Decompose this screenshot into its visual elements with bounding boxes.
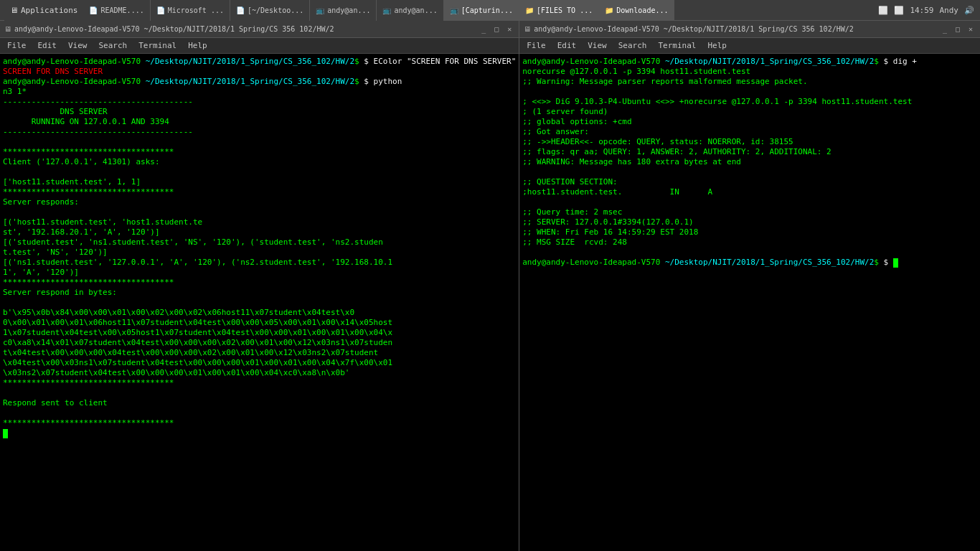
taskbar-tab-andy2[interactable]: 📺andy@an... <box>377 0 443 21</box>
system-bar: 🖥 Applications 📄README....📄Microsoft ...… <box>0 0 980 21</box>
right-terminal-pane: 🖥 andy@andy-Lenovo-Ideapad-V570 ~/Deskto… <box>519 21 980 551</box>
right-terminal-content[interactable]: andy@andy-Lenovo-Ideapad-V570 ~/Desktop/… <box>519 54 980 551</box>
terminal-icon-right: 🖥 <box>524 25 531 33</box>
tab-label-andy2: andy@an... <box>394 6 437 14</box>
volume-icon[interactable]: 🔊 <box>964 6 974 15</box>
right-menu-edit[interactable]: Edit <box>553 39 581 52</box>
tab-label-readme: README.... <box>100 6 143 14</box>
tab-label-microsoft: Microsoft ... <box>168 6 224 14</box>
tab-icon-andy1: 📺 <box>316 6 324 14</box>
right-terminal-title: andy@andy-Lenovo-Ideapad-V570 ~/Desktop/… <box>534 25 937 33</box>
right-menu-help[interactable]: Help <box>703 39 731 52</box>
taskbar-tab-andy1[interactable]: 📺andy@an... <box>310 0 377 21</box>
left-terminal-menubar: File Edit View Search Terminal Help <box>0 38 519 54</box>
taskbar-tab-desktop1[interactable]: 📄[~/Desktoo... <box>230 0 310 21</box>
right-close-button[interactable]: ✕ <box>966 24 976 34</box>
tab-label-capturing: [Capturin... <box>461 6 513 14</box>
right-menu-view[interactable]: View <box>583 39 611 52</box>
taskbar-left: 🖥 Applications <box>0 0 83 21</box>
tab-icon-desktop1: 📄 <box>236 6 245 14</box>
main-area: 🖥 andy@andy-Lenovo-Ideapad-V570 ~/Deskto… <box>0 21 980 551</box>
left-terminal-title: andy@andy-Lenovo-Ideapad-V570 ~/Desktop/… <box>14 25 476 33</box>
right-terminal-menubar: File Edit View Search Terminal Help <box>519 38 980 54</box>
applications-icon: 🖥 <box>10 6 18 15</box>
tray-icon-2[interactable]: ⬜ <box>894 6 904 15</box>
tab-icon-files: 📁 <box>525 6 534 14</box>
left-menu-terminal[interactable]: Terminal <box>134 39 181 52</box>
tray-icon-1[interactable]: ⬜ <box>878 6 888 15</box>
left-terminal-titlebar: 🖥 andy@andy-Lenovo-Ideapad-V570 ~/Deskto… <box>0 21 519 38</box>
tab-label-andy1: andy@an... <box>327 6 370 14</box>
right-maximize-button[interactable]: □ <box>953 24 963 34</box>
left-terminal-content[interactable]: andy@andy-Lenovo-Ideapad-V570 ~/Desktop/… <box>0 54 519 551</box>
taskbar-tab-readme[interactable]: 📄README.... <box>83 0 150 21</box>
clock: 14:59 <box>910 6 933 15</box>
left-menu-search[interactable]: Search <box>95 39 132 52</box>
right-menu-terminal[interactable]: Terminal <box>654 39 701 52</box>
left-menu-view[interactable]: View <box>64 39 92 52</box>
left-terminal-pane: 🖥 andy@andy-Lenovo-Ideapad-V570 ~/Deskto… <box>0 21 519 551</box>
tab-icon-capturing: 📺 <box>450 6 458 14</box>
tab-icon-microsoft: 📄 <box>156 6 165 14</box>
tab-icon-readme: 📄 <box>89 6 98 14</box>
tab-label-desktop1: [~/Desktoo... <box>248 6 303 14</box>
right-terminal-titlebar: 🖥 andy@andy-Lenovo-Ideapad-V570 ~/Deskto… <box>519 21 980 38</box>
system-tray: ⬜ ⬜ 14:59 Andy 🔊 <box>878 6 980 15</box>
applications-label: Applications <box>21 6 77 15</box>
taskbar-tab-microsoft[interactable]: 📄Microsoft ... <box>151 0 230 21</box>
username: Andy <box>940 6 959 15</box>
left-maximize-button[interactable]: □ <box>491 24 501 34</box>
right-menu-file[interactable]: File <box>522 39 550 52</box>
left-menu-file[interactable]: File <box>3 39 31 52</box>
taskbar-tab-capturing[interactable]: 📺[Capturin... <box>444 0 519 21</box>
taskbar-tabs: 📄README....📄Microsoft ...📄[~/Desktoo...📺… <box>83 0 878 21</box>
left-close-button[interactable]: ✕ <box>504 24 514 34</box>
applications-menu[interactable]: 🖥 Applications <box>4 0 83 21</box>
left-menu-edit[interactable]: Edit <box>34 39 62 52</box>
terminal-icon-left: 🖥 <box>4 25 11 33</box>
taskbar-tab-downloads[interactable]: 📁Downloade... <box>599 0 674 21</box>
left-menu-help[interactable]: Help <box>184 39 212 52</box>
left-minimize-button[interactable]: _ <box>479 24 489 34</box>
taskbar-tab-files[interactable]: 📁[FILES TO ... <box>519 0 599 21</box>
right-menu-search[interactable]: Search <box>614 39 651 52</box>
right-minimize-button[interactable]: _ <box>940 24 950 34</box>
tab-label-downloads: Downloade... <box>616 6 668 14</box>
tab-label-files: [FILES TO ... <box>537 6 593 14</box>
tab-icon-andy2: 📺 <box>382 6 391 14</box>
tab-icon-downloads: 📁 <box>605 6 613 14</box>
